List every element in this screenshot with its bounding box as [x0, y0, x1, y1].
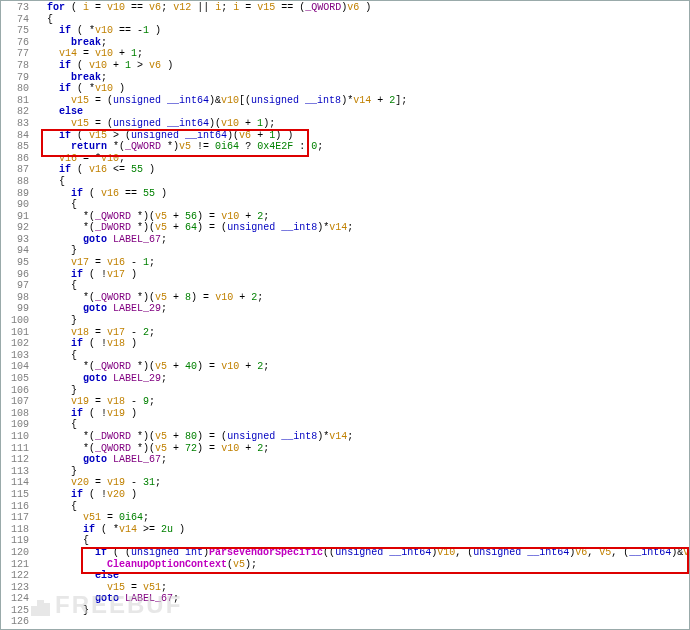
line-code: { — [35, 419, 689, 431]
code-line: 96 if ( !v17 ) — [1, 269, 689, 281]
line-code: } — [35, 315, 689, 327]
code-line: 77 v14 = v10 + 1; — [1, 48, 689, 60]
code-line: 89 if ( v16 == 55 ) — [1, 188, 689, 200]
line-number: 76 — [1, 37, 35, 49]
line-code: { — [35, 535, 689, 547]
code-line: 79 break; — [1, 72, 689, 84]
line-number: 85 — [1, 141, 35, 153]
line-code: v16 = *v10; — [35, 153, 689, 165]
code-line: 117 v51 = 0i64; — [1, 512, 689, 524]
line-code: { — [35, 350, 689, 362]
line-number: 120 — [1, 547, 35, 559]
line-number: 101 — [1, 327, 35, 339]
line-code: *(_QWORD *)(v5 + 56) = v10 + 2; — [35, 211, 689, 223]
code-line: 95 v17 = v16 - 1; — [1, 257, 689, 269]
code-line: 103 { — [1, 350, 689, 362]
code-line: 121 CleanupOptionContext(v5); — [1, 559, 689, 571]
code-editor: 73 for ( i = v10 == v6; v12 || i; i = v1… — [0, 0, 690, 630]
code-line: 108 if ( !v19 ) — [1, 408, 689, 420]
code-line: 111 *(_QWORD *)(v5 + 72) = v10 + 2; — [1, 443, 689, 455]
line-code: v15 = (unsigned __int64)(v10 + 1); — [35, 118, 689, 130]
line-code: *(_DWORD *)(v5 + 64) = (unsigned __int8)… — [35, 222, 689, 234]
line-code: v14 = v10 + 1; — [35, 48, 689, 60]
line-number: 106 — [1, 385, 35, 397]
line-code: if ( (unsigned int)ParseVendorSpecific((… — [35, 547, 690, 559]
code-line: 91 *(_QWORD *)(v5 + 56) = v10 + 2; — [1, 211, 689, 223]
line-code: goto LABEL_67; — [35, 454, 689, 466]
line-number: 82 — [1, 106, 35, 118]
line-code: if ( !v20 ) — [35, 489, 689, 501]
line-code: v15 = v51; — [35, 582, 689, 594]
line-number: 89 — [1, 188, 35, 200]
code-line: 104 *(_QWORD *)(v5 + 40) = v10 + 2; — [1, 361, 689, 373]
code-line: 120 if ( (unsigned int)ParseVendorSpecif… — [1, 547, 689, 559]
line-number: 112 — [1, 454, 35, 466]
code-line: 109 { — [1, 419, 689, 431]
code-line: 94 } — [1, 245, 689, 257]
line-number: 95 — [1, 257, 35, 269]
line-number: 118 — [1, 524, 35, 536]
code-line: 107 v19 = v18 - 9; — [1, 396, 689, 408]
code-line: 97 { — [1, 280, 689, 292]
code-line: 102 if ( !v18 ) — [1, 338, 689, 350]
line-number: 79 — [1, 72, 35, 84]
line-number: 122 — [1, 570, 35, 582]
line-code: break; — [35, 37, 689, 49]
line-code: *(_DWORD *)(v5 + 80) = (unsigned __int8)… — [35, 431, 689, 443]
code-line: 86 v16 = *v10; — [1, 153, 689, 165]
code-line: 98 *(_QWORD *)(v5 + 8) = v10 + 2; — [1, 292, 689, 304]
line-code: goto LABEL_67; — [35, 593, 689, 605]
code-line: 87 if ( v16 <= 55 ) — [1, 164, 689, 176]
line-number: 94 — [1, 245, 35, 257]
code-line: 85 return *(_QWORD *)v5 != 0i64 ? 0x4E2F… — [1, 141, 689, 153]
code-line: 125 } — [1, 605, 689, 617]
line-number: 102 — [1, 338, 35, 350]
line-number: 107 — [1, 396, 35, 408]
line-code: if ( *v10 ) — [35, 83, 689, 95]
line-code: if ( *v14 >= 2u ) — [35, 524, 689, 536]
line-number: 74 — [1, 14, 35, 26]
line-code: v51 = 0i64; — [35, 512, 689, 524]
line-number: 78 — [1, 60, 35, 72]
line-code: if ( v16 == 55 ) — [35, 188, 689, 200]
code-line: 80 if ( *v10 ) — [1, 83, 689, 95]
line-number: 104 — [1, 361, 35, 373]
line-number: 103 — [1, 350, 35, 362]
code-lines: 73 for ( i = v10 == v6; v12 || i; i = v1… — [1, 1, 689, 628]
line-number: 90 — [1, 199, 35, 211]
line-code: v15 = (unsigned __int64)&v10[(unsigned _… — [35, 95, 689, 107]
code-line: 73 for ( i = v10 == v6; v12 || i; i = v1… — [1, 2, 689, 14]
code-line: 105 goto LABEL_29; — [1, 373, 689, 385]
code-line: 99 goto LABEL_29; — [1, 303, 689, 315]
code-line: 112 goto LABEL_67; — [1, 454, 689, 466]
line-code: v18 = v17 - 2; — [35, 327, 689, 339]
line-number: 105 — [1, 373, 35, 385]
line-code: goto LABEL_29; — [35, 373, 689, 385]
code-line: 100 } — [1, 315, 689, 327]
line-code: { — [35, 14, 689, 26]
code-line: 74 { — [1, 14, 689, 26]
line-code: } — [35, 385, 689, 397]
line-code: if ( v10 + 1 > v6 ) — [35, 60, 689, 72]
line-code: else — [35, 570, 689, 582]
line-number: 93 — [1, 234, 35, 246]
line-number: 87 — [1, 164, 35, 176]
code-line: 119 { — [1, 535, 689, 547]
line-number: 99 — [1, 303, 35, 315]
line-number: 83 — [1, 118, 35, 130]
line-code: goto LABEL_29; — [35, 303, 689, 315]
line-code: CleanupOptionContext(v5); — [35, 559, 689, 571]
line-code: v19 = v18 - 9; — [35, 396, 689, 408]
code-line: 126 — [1, 616, 689, 628]
line-number: 81 — [1, 95, 35, 107]
line-number: 117 — [1, 512, 35, 524]
line-code: break; — [35, 72, 689, 84]
code-line: 93 goto LABEL_67; — [1, 234, 689, 246]
code-line: 123 v15 = v51; — [1, 582, 689, 594]
line-number: 84 — [1, 130, 35, 142]
line-code: v17 = v16 - 1; — [35, 257, 689, 269]
line-code: if ( !v18 ) — [35, 338, 689, 350]
line-number: 98 — [1, 292, 35, 304]
line-code: for ( i = v10 == v6; v12 || i; i = v15 =… — [35, 2, 689, 14]
line-number: 114 — [1, 477, 35, 489]
